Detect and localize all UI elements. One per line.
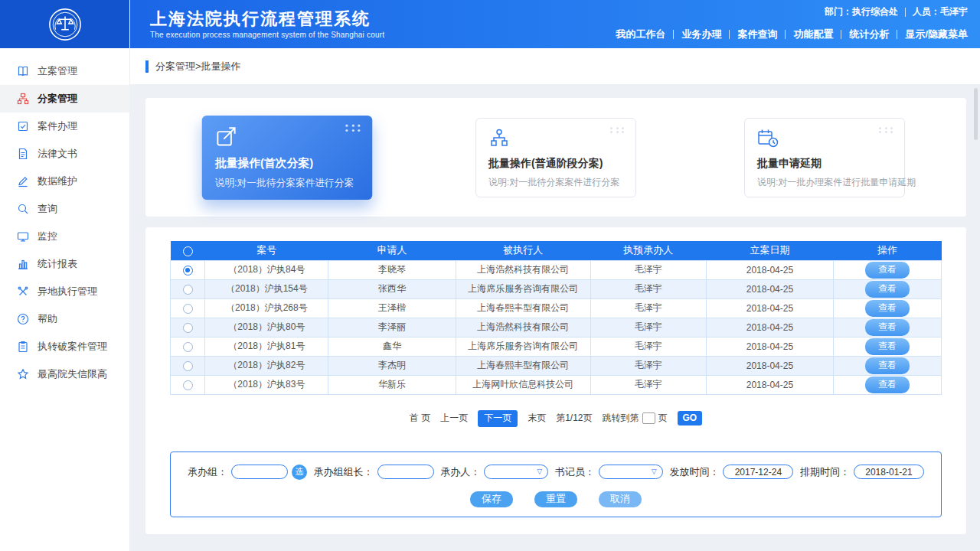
last-page-button[interactable]: 末页 (528, 412, 546, 425)
cell-executee: 上海席乐服务咨询有限公司 (456, 279, 590, 298)
sidebar-item-case-division[interactable]: 分案管理 (0, 85, 129, 112)
undertaker-group-input[interactable] (231, 465, 288, 479)
view-button[interactable]: 查看 (865, 357, 910, 374)
cell-executee: 上海浩然科技有限公司 (456, 318, 590, 337)
first-page-button[interactable]: 首 页 (410, 412, 430, 425)
batch-action-cards-panel: 批量操作(首次分案) 说明:对一批待分案案件进行分案 批量操作(普通阶段分案) … (145, 98, 966, 217)
sidebar-item-label: 分案管理 (38, 92, 77, 106)
next-page-button[interactable]: 下一页 (478, 410, 518, 427)
sidebar-item-legal-documents[interactable]: 法律文书 (0, 140, 129, 168)
col-header-case-no: 案号 (205, 241, 328, 260)
reset-button[interactable]: 重置 (534, 491, 577, 507)
col-header-action: 操作 (833, 241, 941, 260)
save-button[interactable]: 保存 (470, 491, 513, 507)
header-radio[interactable] (183, 246, 193, 256)
cell-applicant: 王泽楷 (328, 298, 456, 318)
row-radio[interactable] (183, 323, 193, 333)
row-radio[interactable] (183, 266, 193, 276)
card-batch-first-division[interactable]: 批量操作(首次分案) 说明:对一批待分案案件进行分案 (202, 115, 373, 199)
view-button[interactable]: 查看 (865, 300, 910, 317)
drag-dots-icon (879, 127, 894, 134)
cell-filing-date: 2018-04-25 (706, 318, 833, 337)
undertaker-select[interactable]: ▽ (484, 465, 548, 479)
view-button[interactable]: 查看 (865, 338, 910, 355)
sidebar-item-help[interactable]: 帮助 (0, 305, 129, 333)
field-undertaker-group: 承办组： 选 (188, 465, 307, 480)
sidebar-item-remote-execution[interactable]: 异地执行管理 (0, 278, 129, 305)
sidebar-item-query[interactable]: 查询 (0, 195, 129, 223)
view-button[interactable]: 查看 (865, 319, 910, 336)
nav-item-business[interactable]: 业务办理 (681, 28, 721, 41)
card-desc: 说明:对一批待分案案件进行分案 (488, 176, 623, 189)
cell-undertaker: 毛泽宇 (590, 279, 706, 298)
schedule-date-input[interactable] (854, 465, 924, 479)
cell-undertaker: 毛泽宇 (590, 318, 706, 337)
clipboard-icon (17, 341, 29, 353)
main-column: 上海法院执行流程管理系统 The execution process manag… (130, 0, 980, 551)
sidebar-item-case-handling[interactable]: 案件办理 (0, 112, 129, 140)
person-label: 人员：毛泽宇 (913, 5, 968, 18)
clerk-select[interactable]: ▽ (599, 465, 663, 479)
card-title: 批量操作(普通阶段分案) (488, 157, 623, 171)
drag-dots-icon (610, 127, 626, 134)
content-area: 批量操作(首次分案) 说明:对一批待分案案件进行分案 批量操作(普通阶段分案) … (130, 84, 980, 551)
row-radio[interactable] (183, 361, 193, 371)
drag-dots-icon (345, 124, 361, 131)
jump-prefix-label: 跳转到第 (603, 412, 639, 425)
card-batch-delay-request[interactable]: 批量申请延期 说明:对一批办理案件进行批量申请延期 (744, 118, 905, 197)
row-radio[interactable] (183, 380, 193, 390)
divider (897, 30, 897, 39)
title-wrap: 上海法院执行流程管理系统 The execution process manag… (130, 9, 384, 38)
nav-item-config[interactable]: 功能配置 (793, 28, 833, 41)
field-clerk: 书记员： ▽ (555, 465, 663, 479)
top-nav: 我的工作台 业务办理 案件查询 功能配置 统计分析 显示/隐藏菜单 (616, 28, 968, 41)
go-button[interactable]: GO (678, 411, 703, 425)
export-icon (215, 125, 360, 149)
sidebar-item-label: 法律文书 (38, 147, 77, 161)
breadcrumb-bar: 分案管理>批量操作 (130, 48, 980, 84)
case-table: 案号 申请人 被执行人 执预承办人 立案日期 操作 （2018）沪执84号 李 (170, 241, 942, 395)
sidebar-item-dishonesty-restriction[interactable]: 最高院失信限高 (0, 360, 129, 388)
view-button[interactable]: 查看 (865, 377, 910, 393)
issue-date-label: 发放时间： (669, 465, 719, 479)
nav-item-case-search[interactable]: 案件查询 (737, 28, 777, 41)
row-radio[interactable] (183, 285, 193, 295)
cancel-button[interactable]: 取消 (599, 491, 642, 507)
sidebar-item-case-filing[interactable]: 立案管理 (0, 57, 129, 85)
top-header: 上海法院执行流程管理系统 The execution process manag… (130, 0, 980, 48)
issue-date-input[interactable] (723, 465, 793, 479)
org-chart-icon (17, 93, 29, 105)
view-button[interactable]: 查看 (865, 262, 910, 279)
table-row: （2018）沪执81号 鑫华 上海席乐服务咨询有限公司 毛泽宇 2018-04-… (171, 337, 942, 356)
cell-executee: 上海席乐服务咨询有限公司 (456, 337, 590, 356)
group-leader-input[interactable] (377, 465, 434, 479)
cell-filing-date: 2018-04-25 (706, 356, 833, 375)
scrollbar-thumb[interactable] (974, 88, 978, 140)
choose-group-button[interactable]: 选 (292, 465, 307, 480)
row-radio[interactable] (183, 304, 193, 314)
breadcrumb: 分案管理>批量操作 (155, 60, 241, 73)
sidebar-item-statistics[interactable]: 统计报表 (0, 250, 129, 278)
court-logo (0, 0, 129, 48)
sidebar-item-monitoring[interactable]: 监控 (0, 223, 129, 250)
table-row: （2018）沪执80号 李泽丽 上海浩然科技有限公司 毛泽宇 2018-04-2… (171, 318, 942, 337)
row-radio[interactable] (183, 342, 193, 352)
nav-item-workbench[interactable]: 我的工作台 (616, 28, 665, 41)
nav-item-toggle-menu[interactable]: 显示/隐藏菜单 (905, 28, 968, 41)
page-jump-input[interactable] (642, 412, 655, 424)
pencil-icon (17, 175, 29, 187)
card-batch-normal-division[interactable]: 批量操作(普通阶段分案) 说明:对一批待分案案件进行分案 (475, 118, 636, 197)
cell-executee: 上海网叶欣信息科技公司 (456, 375, 590, 394)
court-emblem-icon (47, 7, 83, 42)
sidebar-item-bankruptcy-transfer[interactable]: 执转破案件管理 (0, 333, 129, 360)
card-title: 批量申请延期 (757, 157, 892, 171)
nav-item-statistics[interactable]: 统计分析 (849, 28, 889, 41)
cell-executee: 上海浩然科技有限公司 (456, 260, 590, 279)
view-button[interactable]: 查看 (865, 281, 910, 298)
cell-case-no: （2018）沪执84号 (205, 260, 328, 279)
prev-page-button[interactable]: 上一页 (440, 412, 468, 425)
sidebar-item-data-maintenance[interactable]: 数据维护 (0, 168, 129, 195)
card-title: 批量操作(首次分案) (215, 155, 360, 170)
pagination: 首 页 上一页 下一页 末页 第1/12页 跳转到第 页 GO (170, 410, 942, 427)
cell-filing-date: 2018-04-25 (706, 337, 833, 356)
